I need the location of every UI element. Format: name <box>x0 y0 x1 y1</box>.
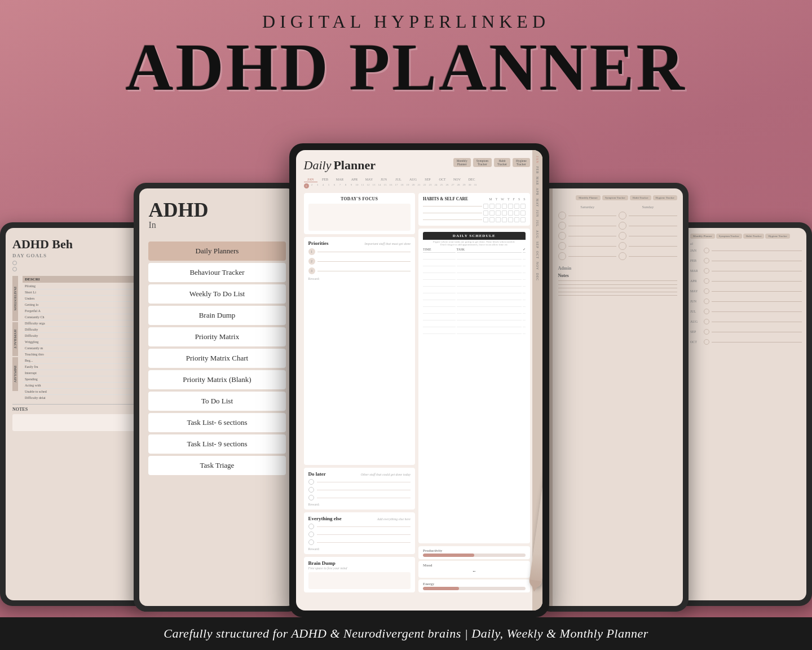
dp-schedule-time-6[interactable] <box>423 288 456 293</box>
dp-brain-dump-box[interactable] <box>308 572 411 589</box>
dp-day-25[interactable]: 25 <box>439 183 444 188</box>
dp-day-10[interactable]: 10 <box>355 183 360 188</box>
dp-schedule-check-8[interactable] <box>523 301 526 307</box>
dp-day-15[interactable]: 15 <box>383 183 388 188</box>
dp-month-feb[interactable]: FEB <box>319 177 332 182</box>
dp-day-22[interactable]: 22 <box>422 183 427 188</box>
dp-schedule-check-10[interactable] <box>523 315 526 320</box>
dp-habit-cell-2-2[interactable] <box>489 210 495 216</box>
tcr-btn-monthly[interactable]: Monthly Planner <box>576 195 601 200</box>
dp-day-6[interactable]: 6 <box>332 183 337 188</box>
nav-item-task-list-6[interactable]: Task List- 6 sections <box>148 413 285 432</box>
tfr-mar-circle-1[interactable] <box>704 268 709 274</box>
tfr-may-circle-1[interactable] <box>704 288 709 294</box>
dp-schedule-task-4[interactable] <box>457 274 522 280</box>
tcr-circle-8[interactable] <box>619 242 626 250</box>
dp-day-21[interactable]: 21 <box>417 183 422 188</box>
nav-item-behaviour-tracker[interactable]: Behaviour Tracker <box>148 263 285 282</box>
tfr-tab-hygiene[interactable]: Hygiene Tracker <box>765 234 789 239</box>
dp-habit-cell-1-1[interactable] <box>483 204 488 209</box>
tcr-circle-4[interactable] <box>619 222 626 230</box>
dp-schedule-task-8[interactable] <box>457 301 522 307</box>
dp-day-7[interactable]: 7 <box>338 183 343 188</box>
dp-schedule-task-2[interactable] <box>457 261 522 266</box>
dp-day-4[interactable]: 4 <box>321 183 326 188</box>
dp-schedule-check-6[interactable] <box>523 288 526 293</box>
tfr-apr-circle-1[interactable] <box>704 278 709 284</box>
dp-schedule-check-2[interactable] <box>523 261 526 266</box>
dp-schedule-task-12[interactable] <box>457 328 522 334</box>
tcr-circle-9[interactable] <box>558 252 566 260</box>
dp-day-13[interactable]: 13 <box>372 183 377 188</box>
dp-month-aug[interactable]: AUG <box>407 177 420 182</box>
dp-day-3[interactable]: 3 <box>315 183 320 188</box>
tcr-btn-habit[interactable]: Habit Tracker <box>630 195 651 200</box>
tcr-btn-symptom[interactable]: Symptom Tracker <box>602 195 628 200</box>
dp-habit-cell-1-6[interactable] <box>514 204 519 209</box>
dp-month-sep[interactable]: SEP <box>421 177 435 182</box>
dp-schedule-time-5[interactable] <box>423 281 456 287</box>
dp-schedule-time-8[interactable] <box>423 301 456 307</box>
nav-item-brain-dump[interactable]: Brain Dump <box>148 306 285 325</box>
dp-day-19[interactable]: 19 <box>405 183 411 188</box>
dp-schedule-task-11[interactable] <box>457 322 522 327</box>
dp-btn-symptom[interactable]: SymptomTracker <box>473 158 492 167</box>
dp-schedule-time-4[interactable] <box>423 274 456 280</box>
dp-schedule-time-7[interactable] <box>423 295 456 300</box>
nav-item-priority-matrix-chart[interactable]: Priority Matrix Chart <box>148 349 285 368</box>
dp-habit-cell-1-3[interactable] <box>496 204 501 209</box>
dp-month-apr[interactable]: APR <box>348 177 361 182</box>
tfr-jun-circle-1[interactable] <box>704 298 709 304</box>
nav-item-task-list-9[interactable]: Task List- 9 sections <box>148 434 285 454</box>
tfr-aug-circle-1[interactable] <box>704 319 709 324</box>
dp-habit-cell-1-7[interactable] <box>520 204 526 209</box>
dp-month-mar[interactable]: MAR <box>333 177 347 182</box>
dp-day-17[interactable]: 17 <box>394 183 399 188</box>
dp-day-23[interactable]: 23 <box>428 183 433 188</box>
nav-item-priority-matrix-blank[interactable]: Priority Matrix (Blank) <box>148 370 285 389</box>
dp-schedule-task-7[interactable] <box>457 295 522 300</box>
dp-month-jan[interactable]: JAN <box>304 177 317 182</box>
tcr-circle-3[interactable] <box>558 222 566 230</box>
dp-schedule-task-1[interactable] <box>457 254 522 260</box>
dp-schedule-time-10[interactable] <box>423 315 456 320</box>
dp-schedule-check-11[interactable] <box>523 322 526 327</box>
dp-day-1[interactable]: 1 <box>304 183 309 188</box>
tcr-circle-7[interactable] <box>558 242 566 250</box>
dp-day-9[interactable]: 9 <box>349 183 354 188</box>
dp-schedule-check-4[interactable] <box>523 274 526 280</box>
dp-btn-hygiene[interactable]: HygieneTracker <box>513 158 530 167</box>
tfr-jul-circle-1[interactable] <box>704 309 709 314</box>
dp-habit-cell-3-4[interactable] <box>502 217 507 222</box>
dp-day-26[interactable]: 26 <box>445 183 450 188</box>
dp-btn-monthly[interactable]: MonthlyPlanner <box>453 158 471 167</box>
dp-month-oct[interactable]: OCT <box>436 177 449 182</box>
nav-item-weekly-todo[interactable]: Weekly To Do List <box>148 284 285 304</box>
dp-habit-cell-2-7[interactable] <box>520 210 526 216</box>
dp-habit-cell-1-5[interactable] <box>508 204 513 209</box>
tfr-jan-circle-1[interactable] <box>704 248 709 253</box>
dp-habit-cell-2-3[interactable] <box>496 210 501 216</box>
dp-day-31[interactable]: 31 <box>473 183 478 188</box>
dp-day-14[interactable]: 14 <box>377 183 382 188</box>
dp-habit-cell-2-1[interactable] <box>483 210 488 216</box>
tcr-circle-5[interactable] <box>558 232 566 240</box>
dp-habit-cell-2-4[interactable] <box>502 210 507 216</box>
dp-btn-habit[interactable]: HabitTracker <box>494 158 510 167</box>
dp-habit-cell-1-2[interactable] <box>489 204 495 209</box>
tfr-oct-circle-1[interactable] <box>704 339 709 345</box>
tfr-feb-circle-1[interactable] <box>704 258 709 263</box>
dp-day-2[interactable]: 2 <box>310 183 315 188</box>
dp-month-nov[interactable]: NOV <box>451 177 464 182</box>
dp-schedule-time-11[interactable] <box>423 322 456 327</box>
nav-item-daily-planners[interactable]: Daily Planners <box>148 241 285 261</box>
tcr-btn-hygiene[interactable]: Hygiene Tracker <box>653 195 677 200</box>
dp-day-12[interactable]: 12 <box>366 183 371 188</box>
dp-month-jul[interactable]: JUL <box>392 177 405 182</box>
dp-schedule-task-3[interactable] <box>457 267 522 273</box>
tfr-sep-circle-1[interactable] <box>704 329 709 335</box>
dp-day-16[interactable]: 16 <box>389 183 394 188</box>
tcr-circle-1[interactable] <box>558 212 566 219</box>
dp-habit-cell-3-5[interactable] <box>508 217 513 222</box>
dp-habit-cell-2-5[interactable] <box>508 210 513 216</box>
